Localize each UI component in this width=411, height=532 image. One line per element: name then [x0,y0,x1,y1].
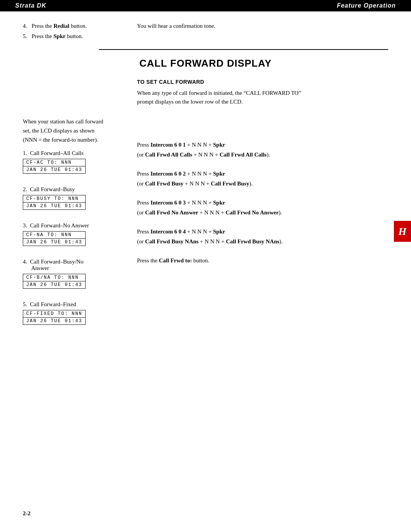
cf2-or-bold2: Call Frwd Busy [211,181,249,187]
cf3-or: (or Call Frwd No Answer + N N N + Call F… [137,208,388,218]
step4-row: 4. Press the Redial button. You will hea… [23,23,388,29]
cf5-instruction: Press the Call Frwd to: button. [137,256,388,266]
cf1-lcd-row2: JAN 26 TUE 01:43 [23,166,85,173]
cf4-bold1: Intercom 6 0 4 [150,228,186,235]
step4-left: 4. Press the Redial button. [23,23,129,29]
two-col-layout: When your station has call forward set, … [23,79,388,337]
cf4-lcd: CF-B/NA TO: NNN JAN 26 TUE 01:43 [23,274,86,289]
cf-item-5-left: 5. Call Forward–Fixed CF-FIXED TO: NNN J… [23,301,122,328]
step4-text-pre: Press the [32,23,54,29]
cf2-lcd-row1: CF-BUSY TO: NNN [23,195,85,203]
cf4-lcd-row2: JAN 26 TUE 01:43 [23,281,85,288]
cf2-label: 2. Call Forward–Busy [23,186,122,193]
cf3-lcd-row1: CF-NA TO: NNN [23,232,85,239]
cf4-bold2: Spkr [213,228,225,235]
main-content: 4. Press the Redial button. You will hea… [0,23,411,360]
cf-item-1-right: Press Intercom 6 0 1 + N N N + Spkr (or … [137,140,388,160]
cf3-bold2: Spkr [213,200,225,206]
cf3-bold1: Intercom 6 0 3 [150,200,186,206]
to-set-heading: TO SET CALL FORWARD [137,79,388,85]
cf5-lcd-row2: JAN 26 TUE 01:43 [23,318,85,324]
cf4-or-bold2: Call Frwd Busy NAns [226,238,279,244]
section-title: CALL FORWARD DISPLAY [23,58,388,69]
cf4-or-bold1: Call Frwd Busy NAns [145,238,198,244]
cf1-lcd-row1: CF-AC TO: NNN [23,159,85,166]
cf1-bold2: Spkr [213,142,225,148]
cf-item-2-right: Press Intercom 6 0 2 + N N N + Spkr (or … [137,169,388,189]
step5-bold: Spkr [54,33,66,39]
cf5-lcd: CF-FIXED TO: NNN JAN 26 TUE 01:43 [23,310,86,325]
page-container: Strata DK Feature Operation 4. Press the… [0,0,411,532]
page-number: 2-2 [23,510,30,517]
header-bar: Strata DK Feature Operation [0,0,411,11]
cf1-lcd: CF-AC TO: NNN JAN 26 TUE 01:43 [23,159,86,174]
step5-left: 5. Press the Spkr button. [23,33,129,40]
bookmark-letter: H [398,225,407,238]
cf3-or-bold2: Call Frwd No Answer [226,209,279,216]
top-steps: 4. Press the Redial button. You will hea… [23,23,388,40]
right-column: TO SET CALL FORWARD When any type of cal… [129,79,388,337]
step4-bold: Redial [54,23,70,29]
cf5-bold1: Call Frwd to: [159,257,192,264]
station-intro: When your station has call forward set, … [23,117,122,144]
header-right-label: Feature Operation [337,2,396,9]
cf2-or: (or Call Frwd Busy + N N N + Call Frwd B… [137,179,388,189]
cf2-or-bold1: Call Frwd Busy [145,181,183,187]
cf-item-1-left: 1. Call Forward–All Calls CF-AC TO: NNN … [23,150,122,177]
step5-right [129,33,388,40]
left-column: When your station has call forward set, … [23,79,129,337]
cf1-instruction: Press Intercom 6 0 1 + N N N + Spkr [137,140,388,150]
step5-number: 5. [23,33,27,39]
cf4-or: (or Call Frwd Busy NAns + N N N + Call F… [137,237,388,247]
left-spacer [23,79,122,117]
cf3-lcd-row2: JAN 26 TUE 01:43 [23,239,85,246]
cf3-instruction: Press Intercom 6 0 3 + N N N + Spkr [137,198,388,208]
cf1-or: (or Call Frwd All Calls + N N N + Call F… [137,150,388,160]
to-set-body: When any type of call forward is initiat… [137,89,388,106]
cf3-lcd: CF-NA TO: NNN JAN 26 TUE 01:43 [23,231,86,246]
cf4-lcd-row1: CF-B/NA TO: NNN [23,274,85,281]
step4-number: 4. [23,23,27,29]
cf-item-4-right: Press Intercom 6 0 4 + N N N + Spkr (or … [137,227,388,246]
cf1-or-bold2: Call Frwd All Calls [220,152,267,158]
cf2-lcd: CF-BUSY TO: NNN JAN 26 TUE 01:43 [23,195,86,210]
cf-item-5-right: Press the Call Frwd to: button. [137,256,388,266]
bookmark-tab: H [394,221,411,242]
step4-right: You will hear a confirmation tone. [129,23,388,29]
right-spacer [137,106,388,140]
step4-note: You will hear a confirmation tone. [137,23,215,29]
step5-text-post: button. [65,33,83,39]
cf-item-3-left: 3. Call Forward–No Answer CF-NA TO: NNN … [23,222,122,249]
cf1-label: 1. Call Forward–All Calls [23,150,122,157]
cf2-lcd-row2: JAN 26 TUE 01:43 [23,203,85,209]
step5-text-pre: Press the [32,33,54,39]
cf2-bold1: Intercom 6 0 2 [150,171,186,177]
cf3-label: 3. Call Forward–No Answer [23,222,122,229]
cf4-label: 4. Call Forward–Busy/No Answer [23,259,122,272]
cf1-bold1: Intercom 6 0 1 [150,142,186,148]
cf-item-4-left: 4. Call Forward–Busy/No Answer CF-B/NA T… [23,259,122,292]
cf4-instruction: Press Intercom 6 0 4 + N N N + Spkr [137,227,388,237]
cf5-lcd-row1: CF-FIXED TO: NNN [23,310,85,318]
cf-item-2-left: 2. Call Forward–Busy CF-BUSY TO: NNN JAN… [23,186,122,213]
step4-text-post: button. [69,23,87,29]
section-divider [99,49,388,50]
cf2-bold2: Spkr [213,171,225,177]
cf3-or-bold1: Call Frwd No Answer [145,209,198,216]
cf-item-3-right: Press Intercom 6 0 3 + N N N + Spkr (or … [137,198,388,217]
step5-row: 5. Press the Spkr button. [23,33,388,40]
cf1-or-bold1: Call Frwd All Calls [145,152,192,158]
header-left-label: Strata DK [15,2,46,9]
cf5-label: 5. Call Forward–Fixed [23,301,122,308]
cf2-instruction: Press Intercom 6 0 2 + N N N + Spkr [137,169,388,179]
